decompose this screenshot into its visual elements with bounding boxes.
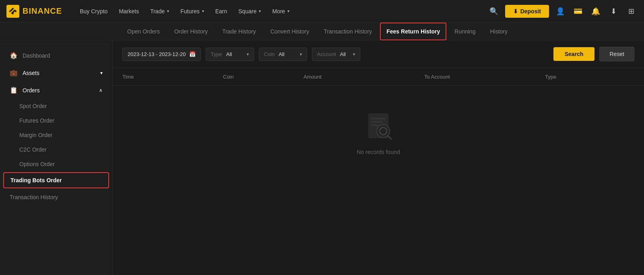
sidebar-sub-transaction-history[interactable]: Transaction History <box>0 189 112 205</box>
sec-nav-transaction-history[interactable]: Transaction History <box>317 23 378 40</box>
main-layout: 🏠 Dashboard 💼 Assets ▾ 📋 Orders ∧ Spot O… <box>0 40 644 275</box>
svg-rect-3 <box>371 121 382 123</box>
assets-icon: 💼 <box>10 69 18 77</box>
date-range-picker[interactable]: 2023-12-13 - 2023-12-20 📅 <box>122 48 201 61</box>
sidebar-sub-c2c-order[interactable]: C2C Order <box>0 142 112 157</box>
orders-icon: 📋 <box>10 86 18 94</box>
col-amount: Amount <box>303 74 424 80</box>
no-records-icon <box>362 110 394 142</box>
type-chevron-icon: ▾ <box>247 52 249 56</box>
svg-rect-4 <box>371 125 379 126</box>
top-navigation: BINANCE Buy Crypto Markets Trade ▾ Futur… <box>0 0 644 23</box>
sec-nav-convert-history[interactable]: Convert History <box>264 23 316 40</box>
account-chevron-icon: ▾ <box>353 52 355 56</box>
sidebar-sub-options-order[interactable]: Options Order <box>0 157 112 171</box>
table-header: Time Coin Amount To Account Type <box>113 68 644 86</box>
orders-chevron-icon: ∧ <box>99 88 103 93</box>
type-filter[interactable]: Type All ▾ <box>206 48 254 61</box>
nav-buy-crypto[interactable]: Buy Crypto <box>75 5 112 18</box>
svg-rect-2 <box>371 118 386 119</box>
sidebar-item-assets[interactable]: 💼 Assets ▾ <box>0 64 112 81</box>
nav-actions: 🔍 ⬇ Deposit 👤 💳 🔔 ⬇ ⊞ <box>487 5 638 18</box>
secondary-navigation: Open Orders Order History Trade History … <box>0 23 644 40</box>
trade-chevron-icon: ▾ <box>167 9 169 13</box>
deposit-icon: ⬇ <box>513 8 518 15</box>
more-chevron-icon: ▾ <box>287 9 289 13</box>
logo-text: BINANCE <box>23 6 62 16</box>
col-coin: Coin <box>223 74 303 80</box>
main-content: 2023-12-13 - 2023-12-20 📅 Type All ▾ Coi… <box>113 40 644 275</box>
nav-earn[interactable]: Earn <box>211 5 232 18</box>
empty-text: No records found <box>357 149 400 155</box>
nav-trade[interactable]: Trade ▾ <box>145 5 174 18</box>
nav-square[interactable]: Square ▾ <box>233 5 266 18</box>
filters-bar: 2023-12-13 - 2023-12-20 📅 Type All ▾ Coi… <box>113 40 644 68</box>
search-button[interactable]: Search <box>553 47 595 61</box>
profile-icon[interactable]: 👤 <box>554 5 567 18</box>
nav-links: Buy Crypto Markets Trade ▾ Futures ▾ Ear… <box>75 5 487 18</box>
sec-nav-trade-history[interactable]: Trade History <box>216 23 262 40</box>
futures-chevron-icon: ▾ <box>202 9 204 13</box>
sidebar-sub-trading-bots-order[interactable]: Trading Bots Order <box>3 172 109 188</box>
sec-nav-order-history[interactable]: Order History <box>168 23 214 40</box>
empty-state: No records found <box>113 86 644 179</box>
col-type: Type <box>545 74 634 80</box>
sidebar-sub-margin-order[interactable]: Margin Order <box>0 128 112 142</box>
coin-filter[interactable]: Coin All ▾ <box>259 48 307 61</box>
sec-nav-open-orders[interactable]: Open Orders <box>121 23 166 40</box>
bell-icon[interactable]: 🔔 <box>589 5 602 18</box>
deposit-button[interactable]: ⬇ Deposit <box>505 5 549 18</box>
col-to-account: To Account <box>424 74 545 80</box>
sidebar-item-orders[interactable]: 📋 Orders ∧ <box>0 81 112 99</box>
wallet-icon[interactable]: 💳 <box>572 5 584 18</box>
square-chevron-icon: ▾ <box>259 9 261 13</box>
logo[interactable]: BINANCE <box>6 5 62 18</box>
sidebar: 🏠 Dashboard 💼 Assets ▾ 📋 Orders ∧ Spot O… <box>0 40 113 275</box>
search-icon[interactable]: 🔍 <box>487 5 500 18</box>
download-icon[interactable]: ⬇ <box>607 5 620 18</box>
calendar-icon: 📅 <box>189 51 196 57</box>
nav-futures[interactable]: Futures ▾ <box>175 5 208 18</box>
nav-more[interactable]: More ▾ <box>267 5 294 18</box>
home-icon: 🏠 <box>10 52 18 59</box>
sidebar-sub-spot-order[interactable]: Spot Order <box>0 99 112 113</box>
nav-markets[interactable]: Markets <box>114 5 144 18</box>
sidebar-sub-futures-order[interactable]: Futures Order <box>0 113 112 128</box>
coin-chevron-icon: ▾ <box>300 52 302 56</box>
sec-nav-fees-return-history[interactable]: Fees Return History <box>380 23 446 40</box>
sidebar-item-dashboard[interactable]: 🏠 Dashboard <box>0 47 112 64</box>
assets-chevron-icon: ▾ <box>100 70 103 76</box>
sec-nav-running[interactable]: Running <box>448 23 482 40</box>
grid-icon[interactable]: ⊞ <box>625 5 638 18</box>
account-filter[interactable]: Account All ▾ <box>312 48 360 61</box>
reset-button[interactable]: Reset <box>599 47 634 61</box>
sec-nav-history[interactable]: History <box>483 23 514 40</box>
col-time: Time <box>122 74 223 80</box>
